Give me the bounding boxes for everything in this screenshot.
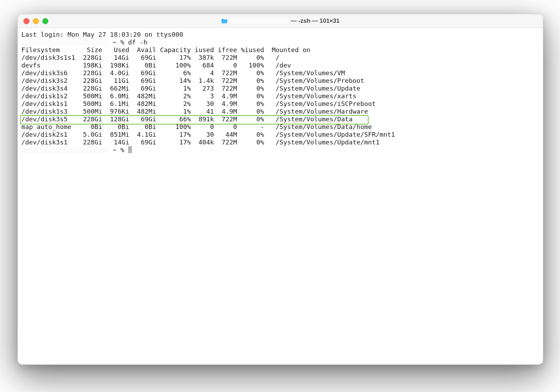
df-header-row: Filesystem Size Used Avail Capacity iuse… [21, 46, 539, 54]
prompt-line: ~ % df -h [21, 38, 539, 46]
minimize-button[interactable] [33, 18, 39, 24]
df-row: /dev/disk2s1 5.0Gi 851Mi 4.1Gi 17% 30 44… [21, 131, 539, 138]
prompt-symbol: ~ % [109, 146, 128, 154]
last-login-line: Last login: Mon May 27 18:03:20 on ttys0… [21, 31, 539, 38]
df-row: /dev/disk3s6 228Gi 4.0Gi 69Gi 6% 4 722M … [21, 69, 539, 77]
df-row: /dev/disk1s1 500Mi 6.1Mi 482Mi 2% 30 4.9… [21, 100, 539, 108]
cursor [128, 146, 132, 153]
df-row: /dev/disk3s1 228Gi 14Gi 69Gi 17% 404k 72… [21, 138, 539, 146]
window-title-text: — -zsh — 101×31 [291, 17, 340, 24]
df-row: /dev/disk3s4 228Gi 662Mi 69Gi 1% 273 722… [21, 85, 539, 92]
window-title-redacted [230, 19, 288, 23]
hostname-redacted [21, 40, 109, 45]
terminal-output[interactable]: Last login: Mon May 27 18:03:20 on ttys0… [18, 28, 543, 364]
zoom-button[interactable] [42, 18, 48, 24]
traffic-lights [18, 18, 48, 24]
df-row: /dev/disk1s3 500Mi 976Ki 482Mi 1% 41 4.9… [21, 108, 539, 115]
df-row: map auto_home 0Bi 0Bi 0Bi 100% 0 0 - /Sy… [21, 123, 539, 131]
prompt-line-idle: ~ % [21, 146, 539, 154]
hostname-redacted [21, 148, 109, 153]
df-row: /dev/disk3s1s1 228Gi 14Gi 69Gi 17% 387k … [21, 54, 539, 62]
window-title: — -zsh — 101×31 [18, 17, 543, 24]
terminal-window: — -zsh — 101×31 Last login: Mon May 27 1… [18, 14, 543, 365]
df-row: /dev/disk3s5 228Gi 128Gi 69Gi 66% 891k 7… [21, 115, 539, 123]
df-row: /dev/disk3s2 228Gi 11Gi 69Gi 14% 1.4k 72… [21, 77, 539, 85]
prompt-command: ~ % df -h [109, 38, 147, 46]
window-titlebar: — -zsh — 101×31 [18, 14, 543, 28]
df-row: devfs 198Ki 198Ki 0Bi 100% 684 0 100% /d… [21, 62, 539, 69]
df-row: /dev/disk1s2 500Mi 6.0Mi 482Mi 2% 3 4.9M… [21, 92, 539, 100]
folder-icon [221, 19, 227, 23]
close-button[interactable] [23, 18, 29, 24]
